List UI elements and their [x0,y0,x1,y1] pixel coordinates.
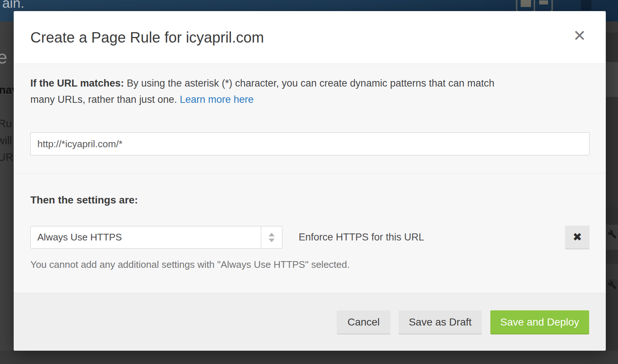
background-text-fragment: will [0,135,12,147]
background-text-fragment: Ru [0,118,12,130]
background-settings-strip [606,21,618,351]
setting-description: Enforce HTTPS for this URL [299,226,424,249]
learn-more-link[interactable]: Learn more here [180,94,254,105]
save-draft-button[interactable]: Save as Draft [399,310,482,334]
modal-header: Create a Page Rule for icyapril.com ✕ [14,11,606,64]
background-bottom-strip [0,351,618,364]
save-deploy-button[interactable]: Save and Deploy [490,310,589,334]
panel-icon [581,0,591,10]
page-rule-modal: Create a Page Rule for icyapril.com ✕ If… [14,11,606,351]
settings-note: You cannot add any additional settings w… [30,259,350,270]
wrench-icon [607,229,617,239]
url-pattern-input[interactable] [30,132,590,155]
setting-select[interactable]: Always Use HTTPS [30,226,282,249]
modal-footer: Cancel Save as Draft Save and Deploy [14,293,606,351]
background-text-fragment: UR [0,151,13,164]
url-match-description: If the URL matches: By using the asteris… [30,75,574,108]
modal-body: If the URL matches: By using the asteris… [14,64,606,293]
modal-title: Create a Page Rule for icyapril.com [30,11,264,64]
remove-icon: ✖ [572,231,582,243]
select-value: Always Use HTTPS [37,226,122,248]
settings-heading: Then the settings are: [30,194,138,206]
url-match-label: If the URL matches: [30,78,127,89]
layout-icon [516,0,553,13]
select-stepper-icon[interactable] [261,226,282,248]
divider [14,173,606,173]
background-text-fragment: ain. [2,0,24,11]
background-text-fragment: e [0,47,7,68]
wrench-icon [607,280,617,290]
cancel-button[interactable]: Cancel [337,310,390,334]
remove-setting-button[interactable]: ✖ [565,226,590,249]
close-icon[interactable]: ✕ [571,27,588,44]
